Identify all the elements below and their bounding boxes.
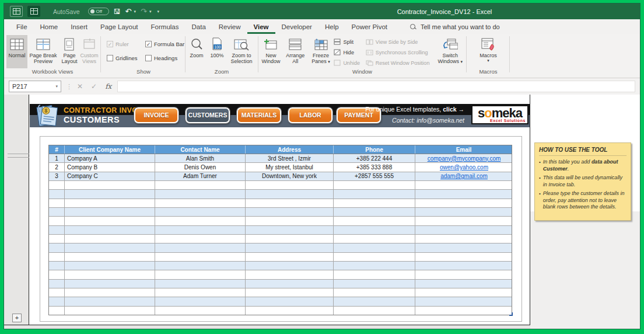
table-cell[interactable] [334, 253, 415, 261]
name-box[interactable]: P217 ▾ [9, 81, 61, 92]
table-cell[interactable] [246, 297, 334, 305]
formula-input[interactable] [117, 81, 635, 92]
formula-bar-checkbox[interactable]: ✓Formula Bar [145, 41, 191, 47]
table-cell[interactable] [65, 262, 155, 270]
table-cell[interactable] [49, 217, 65, 225]
table-cell[interactable] [49, 181, 65, 189]
table-cell[interactable] [155, 307, 246, 315]
table-cell[interactable]: Alan Smith [155, 154, 246, 162]
table-cell[interactable] [155, 181, 246, 189]
table-cell[interactable] [415, 288, 513, 297]
column-header[interactable]: # [49, 145, 65, 154]
tab-view[interactable]: View [247, 21, 275, 34]
table-cell[interactable]: company@mycompany.com [415, 154, 513, 162]
table-cell[interactable]: My street, Istanbul [246, 163, 334, 171]
table-cell[interactable] [155, 253, 246, 261]
table-cell[interactable] [155, 288, 246, 297]
table-resize-handle[interactable] [509, 312, 513, 316]
table-cell[interactable] [49, 270, 65, 279]
table-cell[interactable] [415, 226, 513, 234]
table-cell[interactable] [246, 217, 334, 225]
table-cell[interactable] [49, 235, 65, 243]
table-cell[interactable] [246, 190, 334, 198]
table-cell[interactable]: Company C [65, 172, 155, 180]
table-cell[interactable] [65, 243, 155, 252]
outline-expand-button[interactable]: + [12, 314, 22, 322]
table-cell[interactable] [334, 199, 415, 207]
table-cell[interactable] [65, 208, 155, 216]
table-cell[interactable] [246, 208, 334, 216]
switch-windows-button[interactable]: Switch Windows ▾ [435, 35, 466, 68]
table-cell[interactable] [155, 243, 246, 252]
table-cell[interactable] [49, 190, 65, 198]
table-cell[interactable] [334, 297, 415, 305]
table-cell[interactable] [65, 253, 155, 261]
table-cell[interactable]: Company A [65, 154, 155, 162]
table-cell[interactable] [246, 199, 334, 207]
table-cell[interactable] [415, 181, 513, 189]
hide-button[interactable]: Hide [334, 48, 365, 57]
table-cell[interactable] [334, 235, 415, 243]
table-cell[interactable] [415, 243, 513, 252]
table-cell[interactable] [65, 288, 155, 297]
zoom-to-selection-button[interactable]: Zoom to Selection [227, 35, 256, 68]
page-break-preview-button[interactable]: Page Break Preview [27, 35, 59, 68]
column-header[interactable]: Client Company Name [65, 145, 155, 154]
table-cell[interactable] [334, 307, 415, 315]
table-cell[interactable]: 3 [49, 172, 65, 180]
freeze-panes-button[interactable]: * Freeze Panes ▾ [308, 35, 334, 68]
table-cell[interactable] [246, 307, 334, 315]
table-cell[interactable] [246, 243, 334, 252]
table-cell[interactable] [246, 288, 334, 297]
table-cell[interactable] [65, 199, 155, 207]
table-cell[interactable] [49, 307, 65, 315]
table-cell[interactable]: 1 [49, 154, 65, 162]
tab-power-pivot[interactable]: Power Pivot [345, 21, 394, 34]
table-cell[interactable] [334, 208, 415, 216]
table-cell[interactable] [246, 262, 334, 270]
table-cell[interactable] [246, 270, 334, 279]
table-cell[interactable] [246, 235, 334, 243]
table-cell[interactable] [155, 199, 246, 207]
table-cell[interactable] [334, 280, 415, 288]
table-cell[interactable] [415, 208, 513, 216]
tab-formulas[interactable]: Formulas [145, 21, 186, 34]
table-cell[interactable] [246, 181, 334, 189]
table-cell[interactable] [155, 208, 246, 216]
table-cell[interactable] [415, 297, 513, 305]
table-cell[interactable] [49, 199, 65, 207]
table-cell[interactable] [334, 288, 415, 297]
table-cell[interactable] [415, 270, 513, 279]
table-cell[interactable] [155, 235, 246, 243]
table-cell[interactable] [334, 262, 415, 270]
save-icon[interactable]: 🖫 [114, 8, 121, 15]
undo-icon[interactable]: ↶ [125, 8, 132, 15]
table-cell[interactable] [65, 307, 155, 315]
table-cell[interactable] [334, 181, 415, 189]
table-cell[interactable]: Denis Owen [155, 163, 246, 171]
table-cell[interactable] [415, 307, 513, 315]
table-cell[interactable] [155, 297, 246, 305]
tab-data[interactable]: Data [186, 21, 212, 34]
zoom-100-button[interactable]: 100 100% [207, 35, 227, 68]
table-cell[interactable] [49, 280, 65, 288]
table-cell[interactable] [246, 280, 334, 288]
table-cell[interactable] [415, 253, 513, 261]
table-cell[interactable]: +2857 555 555 [334, 172, 415, 180]
normal-view-button[interactable]: Normal [6, 35, 27, 68]
workbook-icon-active[interactable] [27, 6, 40, 17]
tab-developer[interactable]: Developer [275, 21, 318, 34]
table-cell[interactable] [49, 208, 65, 216]
table-cell[interactable]: 2 [49, 163, 65, 171]
column-header[interactable]: Email [415, 145, 513, 154]
table-cell[interactable] [65, 217, 155, 225]
table-cell[interactable] [49, 243, 65, 252]
table-cell[interactable] [155, 190, 246, 198]
zoom-button[interactable]: Zoom [186, 35, 207, 68]
table-cell[interactable] [415, 235, 513, 243]
table-cell[interactable] [415, 199, 513, 207]
column-header[interactable]: Phone [334, 145, 415, 154]
undo-caret-icon[interactable]: ▾ [134, 9, 136, 14]
new-window-button[interactable]: New Window [259, 35, 283, 68]
table-cell[interactable] [49, 226, 65, 234]
